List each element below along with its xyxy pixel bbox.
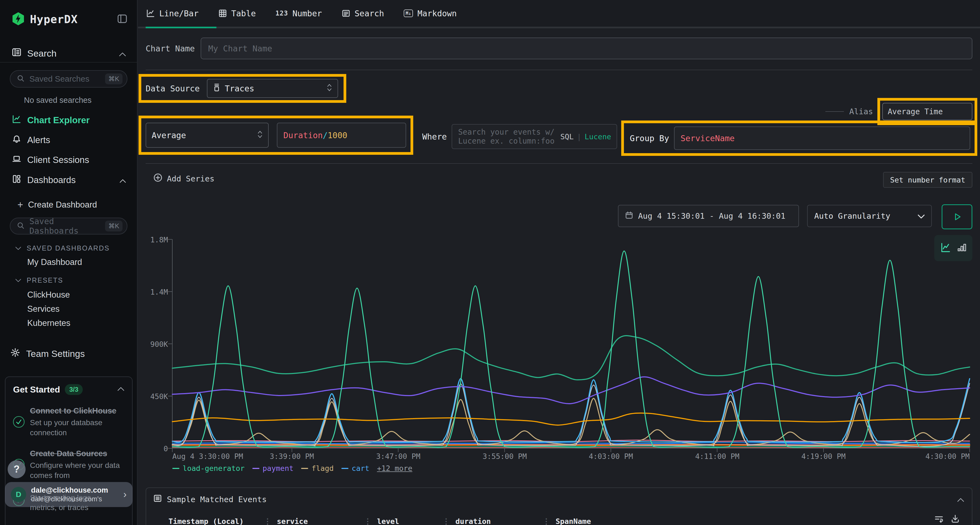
get-started-item-connect[interactable]: Connect to ClickHouse Set up your databa…	[5, 406, 132, 438]
chart-name-input[interactable]: My Chart Name	[200, 38, 972, 59]
where-search-input[interactable]: Search your events w/ Lucene ex. column:…	[452, 124, 617, 149]
play-icon	[953, 212, 962, 221]
active-tab-underline	[146, 27, 216, 28]
help-button[interactable]: ?	[8, 460, 25, 478]
set-number-format-button[interactable]: Set number format	[883, 172, 972, 188]
chart-legend: load-generator payment flagd cart +12 mo…	[172, 464, 412, 473]
date-range-picker[interactable]: Aug 4 15:30:01 - Aug 4 16:30:01	[618, 205, 799, 227]
add-series-button[interactable]: Add Series	[153, 173, 215, 184]
wrap-text-icon[interactable]	[934, 514, 943, 525]
tab-table[interactable]: Table	[218, 9, 256, 18]
search-icon	[17, 75, 24, 83]
tab-underline-track	[138, 27, 980, 28]
divider	[146, 163, 972, 164]
select-updown-icon	[327, 84, 332, 94]
sidebar-item-clickhouse[interactable]: ClickHouse	[27, 290, 70, 300]
calendar-icon	[625, 211, 633, 221]
group-by-input[interactable]: ServiceName	[674, 127, 970, 150]
presets-header: PRESETS	[27, 276, 63, 284]
tab-markdown[interactable]: M↓ Markdown	[404, 9, 457, 18]
get-started-item-title: Connect to ClickHouse	[30, 406, 120, 416]
search-section-label: Search	[27, 48, 57, 59]
series-line-spikes-green	[172, 251, 970, 447]
series-line-load-generator	[172, 336, 970, 380]
saved-dashboards-group[interactable]: SAVED DASHBOARDS	[15, 244, 110, 252]
chevron-right-icon: ›	[123, 489, 127, 500]
get-started-progress-badge: 3/3	[65, 384, 83, 395]
chart-type-tabbar: Line/Bar Table 123 Number Search	[138, 0, 980, 28]
saved-dashboards-input[interactable]: Saved Dashboards ⌘K	[10, 217, 127, 235]
run-query-button[interactable]	[942, 204, 972, 229]
where-label: Where	[422, 132, 447, 141]
data-source-select[interactable]: Traces	[207, 79, 338, 98]
x-tick-label: Aug 4 3:30:00 PM	[172, 452, 243, 460]
hyperdx-app: HyperDX Search Saved Searches ⌘K No save…	[0, 0, 980, 525]
chevron-up-icon[interactable]	[957, 495, 964, 504]
sidebar-divider	[0, 62, 137, 63]
timeseries-chart[interactable]	[172, 240, 970, 448]
sidebar-item-client-sessions[interactable]: Client Sessions	[12, 154, 126, 166]
sidebar-item-my-dashboard[interactable]: My Dashboard	[27, 257, 82, 267]
sidebar-section-search[interactable]: Search	[12, 48, 126, 59]
get-started-item-title: Create Data Sources	[30, 449, 120, 458]
x-tick-label: 4:11:00 PM	[695, 452, 740, 460]
user-team: dale@clickhouse.com's	[31, 495, 108, 503]
legend-item-cart[interactable]: cart	[341, 464, 369, 473]
field-expression-input[interactable]: Duration/1000	[277, 123, 406, 148]
client-sessions-label: Client Sessions	[27, 155, 89, 165]
download-icon[interactable]	[951, 514, 960, 525]
number-123-icon: 123	[275, 10, 288, 17]
get-started-item-desc: Set up your database connection	[30, 418, 120, 438]
alias-connector-line	[826, 111, 844, 112]
x-tick-label: 3:47:00 PM	[376, 452, 421, 460]
chevron-up-icon[interactable]	[117, 387, 124, 392]
chevron-up-icon	[119, 48, 126, 59]
aggregation-highlight-box: Average Duration/1000	[138, 116, 413, 155]
collapse-sidebar-icon[interactable]	[117, 14, 127, 24]
presets-group[interactable]: PRESETS	[15, 276, 63, 284]
sidebar: HyperDX Search Saved Searches ⌘K No save…	[0, 0, 137, 525]
column-duration[interactable]: duration	[455, 517, 537, 525]
y-tick-label: 1.8M	[139, 236, 168, 244]
column-timestamp[interactable]: Timestamp (Local)	[169, 517, 258, 525]
x-tick-label: 3:55:00 PM	[483, 452, 527, 460]
chart-explorer-label: Chart Explorer	[27, 115, 89, 125]
aggregation-row: Average Duration/1000 Where Search your …	[138, 116, 977, 157]
sample-events-panel: Sample Matched Events Timestamp (Local)⋮…	[146, 487, 972, 525]
list-icon	[153, 494, 162, 504]
legend-item-flagd[interactable]: flagd	[301, 464, 334, 473]
column-spanname[interactable]: SpanName	[555, 517, 591, 525]
create-dashboard-button[interactable]: + Create Dashboard	[18, 199, 97, 211]
data-source-highlight-box: Data Source Traces	[138, 74, 346, 103]
main-content: Line/Bar Table 123 Number Search	[138, 0, 980, 525]
column-level[interactable]: level	[377, 517, 437, 525]
sql-toggle-option[interactable]: SQL	[560, 132, 574, 141]
legend-item-payment[interactable]: payment	[252, 464, 294, 473]
saved-searches-input[interactable]: Saved Searches ⌘K	[10, 70, 127, 87]
column-service[interactable]: service	[277, 517, 358, 525]
sidebar-item-team-settings[interactable]: Team Settings	[12, 347, 126, 360]
sidebar-item-alerts[interactable]: Alerts	[12, 134, 126, 146]
no-saved-searches-text: No saved searches	[24, 96, 91, 105]
lucene-toggle-option[interactable]: Lucene	[584, 132, 611, 141]
data-source-label: Data Source	[146, 84, 200, 93]
aggregation-select[interactable]: Average	[146, 123, 269, 148]
legend-item-load-generator[interactable]: load-generator	[172, 464, 245, 473]
tab-line-bar[interactable]: Line/Bar	[146, 9, 199, 18]
tab-number[interactable]: 123 Number	[275, 9, 322, 18]
alias-label: Alias	[850, 107, 873, 116]
get-started-item-datasources[interactable]: Create Data Sources Configure where your…	[5, 449, 132, 481]
user-menu[interactable]: D dale@clickhouse.com dale@clickhouse.co…	[5, 482, 132, 507]
granularity-select[interactable]: Auto Granularity	[807, 205, 932, 227]
tab-search[interactable]: Search	[342, 9, 384, 18]
sidebar-item-chart-explorer[interactable]: Chart Explorer	[12, 114, 126, 126]
chevron-down-icon	[15, 246, 21, 250]
sidebar-item-dashboards[interactable]: Dashboards	[12, 174, 126, 186]
legend-dash	[341, 468, 348, 469]
logo-row: HyperDX	[12, 11, 127, 28]
x-tick-label: 4:19:00 PM	[802, 452, 846, 460]
legend-more-link[interactable]: +12 more	[377, 464, 412, 473]
sidebar-item-kubernetes[interactable]: Kubernetes	[27, 318, 70, 328]
sidebar-item-services[interactable]: Services	[27, 304, 60, 314]
x-tick-label: 4:03:00 PM	[589, 452, 633, 460]
